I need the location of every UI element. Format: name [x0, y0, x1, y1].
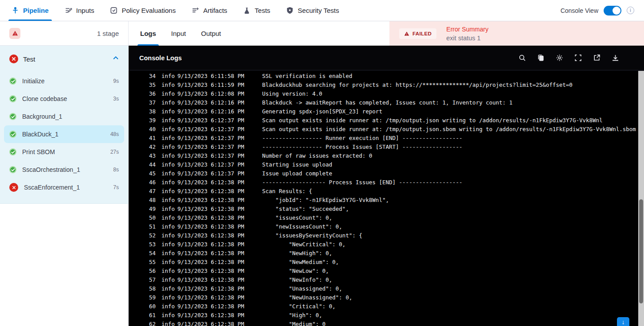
- log-timestamp: 9/13/2023 6:12:08 PM: [177, 89, 244, 98]
- log-line: 34 info 9/13/2023 6:11:58 PM SSL verific…: [129, 72, 644, 81]
- step-name: Clone codebase: [22, 95, 107, 102]
- log-level: info: [161, 267, 175, 276]
- log-level: info: [161, 213, 175, 222]
- log-timestamp: 9/13/2023 6:12:37 PM: [177, 134, 244, 143]
- log-line-number: 55: [129, 258, 156, 267]
- log-message: "newIssuesCount": 0,: [262, 222, 342, 231]
- log-level: info: [161, 89, 175, 98]
- copy-icon[interactable]: [537, 54, 545, 62]
- log-line-number: 36: [129, 89, 156, 98]
- nav-tab-security-tests[interactable]: Security Tests: [286, 0, 339, 21]
- download-icon[interactable]: [612, 54, 619, 62]
- console-view-label: Console View: [561, 7, 598, 14]
- settings-icon[interactable]: [556, 54, 563, 62]
- scrollbar-thumb[interactable]: [639, 199, 643, 303]
- console-view-toggle[interactable]: [604, 6, 621, 16]
- log-line: 58 info 9/13/2023 6:12:38 PM "Unassigned…: [129, 284, 644, 293]
- log-line-number: 37: [129, 98, 156, 107]
- log-level: info: [161, 72, 175, 81]
- log-message: "issuesBySeverityCount": {: [262, 231, 362, 240]
- error-summary-panel: FAILED Error Summary exit status 1: [389, 21, 644, 46]
- page-content: 1 stage Test Initialize 9s Clone codebas…: [0, 21, 644, 326]
- chevron-up-icon[interactable]: [113, 55, 119, 63]
- info-icon[interactable]: i: [627, 7, 634, 14]
- nav-tab-pipeline[interactable]: Pipeline: [12, 0, 49, 21]
- log-message: "status": "Succeeded",: [262, 205, 349, 213]
- console-logs-panel: Console Logs: [129, 46, 644, 326]
- log-timestamp: 9/13/2023 6:12:38 PM: [177, 320, 244, 326]
- log-line-number: 42: [129, 143, 156, 151]
- log-line-number: 48: [129, 196, 156, 205]
- log-line-number: 53: [129, 240, 156, 249]
- tab-input[interactable]: Input: [170, 21, 187, 46]
- log-level: info: [161, 143, 175, 151]
- log-message: "Medium": 0: [262, 320, 326, 326]
- nav-tab-policy-evaluations[interactable]: Policy Evaluations: [110, 0, 176, 21]
- step-row[interactable]: Background_1: [4, 108, 124, 125]
- log-message: ------------------ Runner execution [END…: [262, 134, 463, 143]
- log-level: info: [161, 293, 175, 302]
- log-message: "NewCritical": 0,: [262, 240, 346, 249]
- log-line: 59 info 9/13/2023 6:12:38 PM "NewUnassig…: [129, 293, 644, 302]
- log-message: Scan output exists inside runner at: /tm…: [262, 116, 603, 125]
- stage-header-test[interactable]: Test: [0, 46, 128, 72]
- log-line-number: 49: [129, 205, 156, 213]
- step-row[interactable]: SscaOrchestration_1 8s: [4, 161, 124, 179]
- log-line: 50 info 9/13/2023 6:12:38 PM "issuesCoun…: [129, 213, 644, 222]
- log-line-number: 35: [129, 81, 156, 89]
- log-line: 49 info 9/13/2023 6:12:38 PM "status": "…: [129, 205, 644, 213]
- step-row[interactable]: BlackDuck_1 48s: [4, 125, 124, 143]
- step-name: Background_1: [22, 113, 113, 120]
- log-message: "High": 0,: [262, 311, 322, 320]
- console-scrollbar[interactable]: [638, 71, 644, 326]
- log-line: 35 info 9/13/2023 6:11:59 PM Blackduckhu…: [129, 81, 644, 89]
- log-level: info: [161, 222, 175, 231]
- log-level: info: [161, 249, 175, 258]
- log-line: 56 info 9/13/2023 6:12:38 PM "NewLow": 0…: [129, 267, 644, 276]
- warning-triangle-icon: [404, 31, 409, 36]
- step-row[interactable]: Print SBOM 27s: [4, 143, 124, 161]
- success-check-icon: [9, 78, 16, 85]
- log-line-number: 40: [129, 125, 156, 134]
- search-icon[interactable]: [518, 54, 526, 62]
- log-message: SSL verification is enabled: [262, 72, 352, 81]
- main-panel: Logs Input Output FAILED Error Summary e…: [129, 21, 644, 326]
- step-name: SscaOrchestration_1: [22, 166, 107, 173]
- step-row[interactable]: Initialize 9s: [4, 72, 124, 90]
- fullscreen-icon[interactable]: [574, 54, 582, 62]
- log-timestamp: 9/13/2023 6:12:38 PM: [177, 213, 244, 222]
- log-message: "NewInfo": 0,: [262, 276, 332, 284]
- nav-tab-artifacts[interactable]: Artifacts: [192, 0, 227, 21]
- pipeline-failed-warning-icon: [9, 28, 20, 39]
- log-message: Number of raw issues extracted: 0: [262, 151, 372, 160]
- log-message: ------------------ Process Issues [START…: [262, 143, 463, 151]
- log-level: info: [161, 116, 175, 125]
- log-line-number: 62: [129, 320, 156, 326]
- error-summary-message: exit status 1: [446, 35, 488, 42]
- log-level: info: [161, 311, 175, 320]
- flask-icon: [243, 7, 251, 14]
- error-summary-title: Error Summary: [446, 26, 488, 33]
- open-in-new-icon[interactable]: [593, 54, 601, 62]
- log-level: info: [161, 240, 175, 249]
- console-log-body[interactable]: 34 info 9/13/2023 6:11:58 PM SSL verific…: [129, 70, 644, 326]
- stage-count: 1 stage: [97, 30, 119, 37]
- success-check-icon: [9, 148, 16, 155]
- log-timestamp: 9/13/2023 6:12:38 PM: [177, 187, 244, 196]
- log-level: info: [161, 284, 175, 293]
- execution-sidebar: 1 stage Test Initialize 9s Clone codebas…: [0, 21, 129, 326]
- step-row[interactable]: Clone codebase 3s: [4, 90, 124, 108]
- log-line-number: 38: [129, 107, 156, 116]
- nav-tab-label: Tests: [255, 7, 270, 14]
- nav-tab-inputs[interactable]: Inputs: [65, 0, 94, 21]
- log-level: info: [161, 151, 175, 160]
- log-level: info: [161, 196, 175, 205]
- scroll-to-bottom-button[interactable]: ↓: [617, 317, 629, 326]
- nav-tab-tests[interactable]: Tests: [243, 0, 270, 21]
- log-timestamp: 9/13/2023 6:12:38 PM: [177, 311, 244, 320]
- tab-output[interactable]: Output: [200, 21, 222, 46]
- step-row[interactable]: SscaEnforcement_1 7s: [4, 179, 124, 196]
- tab-logs[interactable]: Logs: [139, 21, 157, 46]
- log-level: info: [161, 107, 175, 116]
- top-navigation: Pipeline Inputs Policy Evaluations Artif…: [0, 0, 644, 21]
